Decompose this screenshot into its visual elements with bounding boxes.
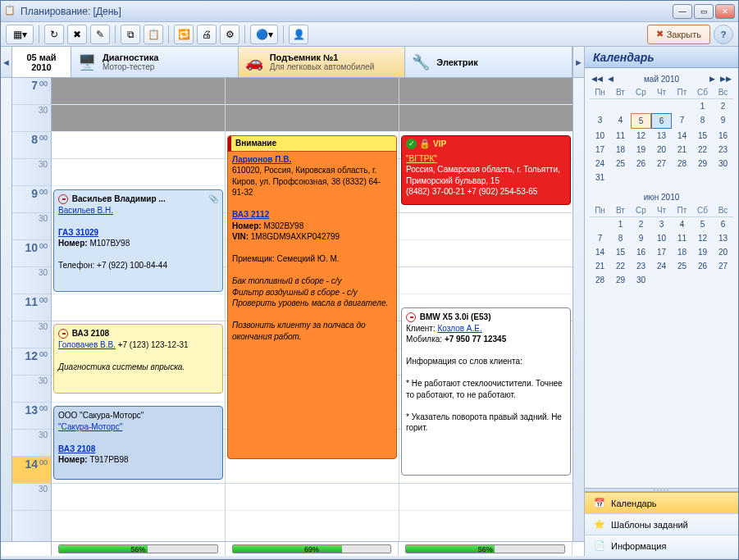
calendar-day[interactable]: 14 [672, 129, 692, 143]
next-month-arrow[interactable]: ▶ [708, 75, 717, 83]
column-lift[interactable]: Внимание Ларионов П.В. 610020, Россия, К… [226, 78, 399, 541]
calendar-day[interactable]: 17 [590, 143, 610, 157]
resource-header-diagnostics[interactable]: 🖥️ Диагностика Мотор-тестер [71, 47, 239, 77]
user-button[interactable]: 👤 [289, 25, 308, 44]
calendar-day[interactable]: 5 [692, 217, 713, 231]
calendar-day[interactable]: 29 [692, 157, 713, 171]
calendar-day[interactable]: 10 [651, 231, 672, 245]
calendar-day[interactable]: 15 [610, 245, 631, 259]
calendar-day[interactable]: 10 [590, 129, 610, 143]
prev-year-arrow[interactable]: ◀◀ [590, 75, 604, 83]
refresh-button[interactable]: ↻ [44, 25, 64, 44]
calendar-day[interactable]: 26 [692, 259, 713, 273]
calendar-day[interactable]: 27 [651, 157, 672, 171]
print-button[interactable]: 🖨 [197, 25, 217, 44]
vehicle-link[interactable]: ВАЗ 2108 [58, 444, 95, 453]
calendar-day[interactable]: 21 [672, 143, 692, 157]
color-dropdown[interactable]: 🔵▾ [250, 25, 278, 44]
tab-info[interactable]: 📄 Информация [585, 535, 738, 556]
tab-calendar[interactable]: 📅 Календарь [585, 492, 738, 513]
calendar-day[interactable]: 21 [590, 259, 610, 273]
client-link[interactable]: Васильев В.Н. [58, 206, 113, 215]
paste-button[interactable]: 📋 [144, 25, 163, 44]
calendar-day[interactable]: 9 [713, 113, 733, 129]
calendar-day[interactable]: 19 [631, 143, 651, 157]
client-link[interactable]: Козлов А.Е. [437, 324, 481, 333]
calendar-day[interactable]: 30 [631, 273, 651, 287]
calendar-day[interactable]: 25 [610, 157, 631, 171]
appointment-vnimanie[interactable]: Внимание Ларионов П.В. 610020, Россия, К… [227, 135, 397, 459]
recurring-button[interactable]: 🔁 [174, 25, 194, 44]
client-link[interactable]: Головачев В.В. [58, 340, 116, 349]
calendar-day[interactable]: 17 [651, 245, 672, 259]
calendar-day[interactable]: 26 [631, 157, 651, 171]
vehicle-link[interactable]: ВАЗ 2112 [232, 210, 269, 219]
window-close-button[interactable]: ✕ [715, 4, 735, 19]
calendar-day[interactable]: 16 [713, 129, 733, 143]
org-link[interactable]: "ВГТРК" [406, 154, 437, 163]
appointment-sakura[interactable]: ООО "Сакура-Моторс" "Сакура-Моторс" ВАЗ … [53, 406, 223, 480]
calendar-day[interactable]: 18 [672, 245, 692, 259]
calendar-day[interactable]: 13 [651, 129, 672, 143]
calendar-day[interactable]: 3 [590, 113, 610, 129]
calendar-day[interactable]: 6 [713, 217, 733, 231]
calendar-day[interactable]: 6 [651, 113, 672, 129]
calendar-day[interactable]: 8 [692, 113, 713, 129]
calendar-day[interactable]: 11 [672, 231, 692, 245]
client-link[interactable]: Ларионов П.В. [232, 155, 291, 164]
calendar-day[interactable]: 2 [631, 217, 651, 231]
calendar-day[interactable]: 31 [590, 171, 610, 184]
appointment-bmw[interactable]: BMW X5 3.0i (E53) Клиент: Козлов А.Е. Мо… [401, 307, 571, 476]
column-diagnostics[interactable]: 📎 Васильев Владимир ... Васильев В.Н. ГА… [52, 78, 226, 541]
view-dropdown[interactable]: ▦▾ [6, 25, 34, 44]
calendar-day[interactable]: 24 [651, 259, 672, 273]
calendar-day[interactable]: 11 [610, 129, 631, 143]
resource-header-lift[interactable]: 🚗 Подъемник №1 Для легковых автомобилей [239, 47, 406, 77]
prev-day-arrow[interactable]: ◄ [1, 47, 12, 77]
calendar-day[interactable]: 1 [692, 99, 713, 113]
calendar-day[interactable]: 25 [672, 259, 692, 273]
appointment-vasilev[interactable]: 📎 Васильев Владимир ... Васильев В.Н. ГА… [53, 189, 223, 292]
calendar-day[interactable]: 27 [713, 259, 733, 273]
calendar-day[interactable]: 20 [651, 143, 672, 157]
minimize-button[interactable]: — [673, 4, 692, 19]
calendar-day[interactable]: 15 [692, 129, 713, 143]
calendar-day[interactable]: 13 [713, 231, 733, 245]
calendar-day[interactable]: 22 [692, 143, 713, 157]
calendar-day[interactable]: 5 [631, 113, 651, 129]
resource-header-electric[interactable]: 🔧 Электрик [405, 47, 572, 77]
calendar-day[interactable]: 28 [590, 273, 610, 287]
calendar-day[interactable]: 28 [672, 157, 692, 171]
delete-button[interactable]: ✖ [67, 25, 87, 44]
date-column-header[interactable]: 05 май 2010 [12, 47, 71, 77]
column-electric[interactable]: ✓ 🔒 VIP "ВГТРК" Россия, Самарская област… [399, 78, 572, 541]
calendar-day[interactable]: 23 [713, 143, 733, 157]
calendar-day[interactable]: 12 [692, 231, 713, 245]
calendar-day[interactable]: 30 [713, 157, 733, 171]
help-button[interactable]: ? [714, 25, 733, 44]
calendar-day[interactable]: 29 [610, 273, 631, 287]
calendar-day[interactable]: 3 [651, 217, 672, 231]
prev-month-arrow[interactable]: ◀ [606, 75, 615, 83]
calendar-day[interactable]: 14 [590, 245, 610, 259]
vehicle-link[interactable]: ГАЗ 31029 [58, 228, 98, 237]
calendar-day[interactable]: 22 [610, 259, 631, 273]
calendar-day[interactable]: 18 [610, 143, 631, 157]
calendar-day[interactable]: 7 [672, 113, 692, 129]
calendar-day[interactable]: 7 [590, 231, 610, 245]
calendar-day[interactable]: 8 [610, 231, 631, 245]
appointment-vip[interactable]: ✓ 🔒 VIP "ВГТРК" Россия, Самарская област… [401, 135, 571, 205]
calendar-day[interactable]: 4 [672, 217, 692, 231]
calendar-day[interactable]: 19 [692, 245, 713, 259]
calendar-day[interactable]: 24 [590, 157, 610, 171]
settings-button[interactable]: ⚙ [220, 25, 239, 44]
calendar-day[interactable]: 23 [631, 259, 651, 273]
calendar-day[interactable]: 1 [610, 217, 631, 231]
calendar-day[interactable]: 20 [713, 245, 733, 259]
close-button[interactable]: ✖ Закрыть [647, 25, 710, 44]
calendar-day[interactable]: 2 [713, 99, 733, 113]
appointment-vaz2108[interactable]: ВАЗ 2108 Головачев В.В. +7 (123) 123-12-… [53, 324, 223, 394]
maximize-button[interactable]: ▭ [694, 4, 714, 19]
calendar-day[interactable]: 4 [610, 113, 631, 129]
org-link[interactable]: "Сакура-Моторс" [58, 422, 122, 431]
